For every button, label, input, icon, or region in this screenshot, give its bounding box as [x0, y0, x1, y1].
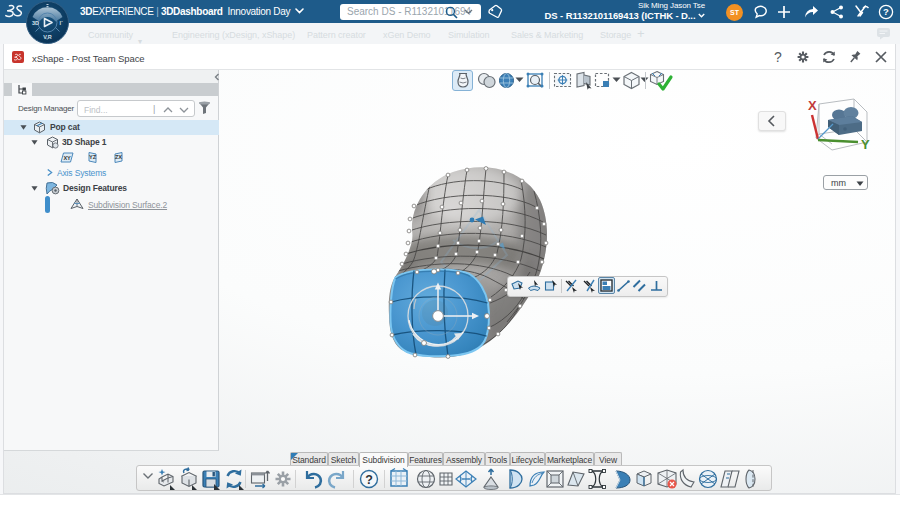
svg-text:Y: Y [861, 137, 870, 152]
svg-text:?: ? [883, 6, 889, 17]
svg-text:XY: XY [63, 155, 71, 161]
svg-text:X: X [808, 98, 817, 113]
svg-text:3D: 3D [32, 20, 39, 26]
svg-text:?: ? [365, 473, 373, 487]
svg-text:ZX: ZX [115, 154, 122, 160]
svg-text:V,R: V,R [43, 34, 52, 40]
svg-text:?: ? [774, 49, 782, 65]
svg-text:I´: I´ [60, 20, 64, 26]
svg-text:YZ: YZ [89, 154, 97, 160]
